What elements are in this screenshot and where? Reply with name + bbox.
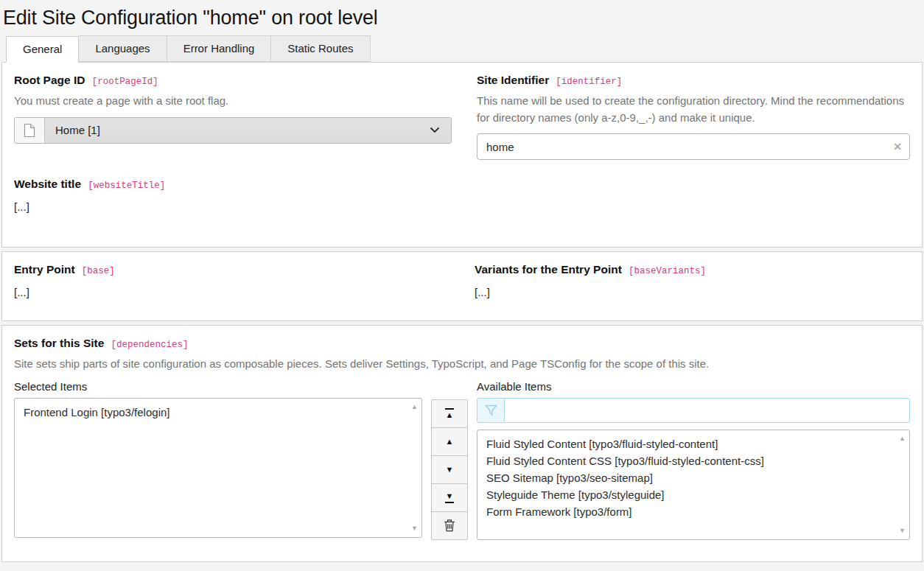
move-to-bottom-icon: ▼ bbox=[445, 492, 454, 503]
entry-point-label: Entry Point bbox=[14, 263, 75, 276]
entry-point-expand-link[interactable]: [...] bbox=[14, 286, 29, 298]
selected-item[interactable]: Frontend Login [typo3/felogin] bbox=[24, 404, 404, 421]
selected-items-listbox[interactable]: Frontend Login [typo3/felogin] ▲ ▼ bbox=[14, 398, 422, 538]
panel-sets: Sets for this Site [dependencies] Site s… bbox=[1, 325, 923, 562]
root-page-id-selected-value: Home [1] bbox=[55, 124, 100, 136]
field-root-page-id: Root Page ID [rootPageId] You must creat… bbox=[14, 74, 452, 160]
base-variants-key: [baseVariants] bbox=[629, 266, 706, 276]
root-page-id-key: [rootPageId] bbox=[92, 77, 158, 87]
trash-icon bbox=[444, 519, 455, 532]
chevron-down-icon bbox=[430, 127, 440, 133]
tab-bar: General Languages Error Handling Static … bbox=[0, 35, 924, 62]
move-down-button[interactable]: ▼ bbox=[431, 455, 468, 484]
sets-label: Sets for this Site bbox=[14, 337, 104, 349]
available-item[interactable]: Form Framework [typo3/form] bbox=[486, 503, 892, 520]
filter-icon bbox=[477, 398, 504, 423]
site-identifier-label: Site Identifier bbox=[477, 74, 549, 86]
available-items-listbox[interactable]: Fluid Styled Content [typo3/fluid-styled… bbox=[477, 430, 910, 540]
available-item[interactable]: Styleguide Theme [typo3/styleguide] bbox=[486, 486, 892, 503]
move-to-bottom-button[interactable]: ▼ bbox=[431, 483, 468, 512]
scroll-up-icon[interactable]: ▲ bbox=[411, 404, 418, 410]
tab-static-routes[interactable]: Static Routes bbox=[271, 35, 370, 62]
page-icon bbox=[15, 118, 45, 143]
site-identifier-description: This name will be used to create the con… bbox=[477, 93, 910, 126]
tab-error-handling[interactable]: Error Handling bbox=[167, 35, 272, 62]
root-page-id-label: Root Page ID bbox=[14, 74, 85, 86]
root-page-id-select[interactable]: Home [1] bbox=[14, 117, 452, 144]
field-site-identifier: Site Identifier [identifier] This name w… bbox=[477, 74, 910, 160]
website-title-label: Website title bbox=[14, 178, 81, 190]
scroll-down-icon[interactable]: ▼ bbox=[899, 528, 906, 534]
sets-key: [dependencies] bbox=[111, 340, 188, 350]
website-title-key: [websiteTitle] bbox=[88, 181, 165, 191]
dual-list: Selected Items Frontend Login [typo3/fel… bbox=[14, 380, 910, 540]
move-button-column: ▲ ▲ ▼ ▼ bbox=[431, 399, 468, 540]
panel-entry-point: Entry Point [base] [...] Variants for th… bbox=[1, 251, 923, 321]
site-identifier-input[interactable] bbox=[477, 133, 910, 160]
move-up-button[interactable]: ▲ bbox=[431, 427, 468, 456]
base-variants-expand-link[interactable]: [...] bbox=[475, 286, 490, 298]
website-title-expand-link[interactable]: [...] bbox=[14, 200, 29, 213]
field-entry-point: Entry Point [base] [...] bbox=[14, 263, 449, 298]
move-to-top-button[interactable]: ▲ bbox=[431, 399, 468, 428]
move-up-icon: ▲ bbox=[446, 438, 454, 446]
available-items-filter-input[interactable] bbox=[504, 398, 910, 423]
clear-input-icon[interactable]: ✕ bbox=[893, 141, 902, 152]
available-item[interactable]: Fluid Styled Content CSS [typo3/fluid-st… bbox=[486, 452, 892, 469]
tab-general[interactable]: General bbox=[6, 36, 79, 63]
scroll-down-icon[interactable]: ▼ bbox=[411, 525, 418, 532]
move-to-top-icon: ▲ bbox=[445, 408, 454, 419]
scroll-up-icon[interactable]: ▲ bbox=[899, 435, 906, 442]
page-title: Edit Site Configuration "home" on root l… bbox=[0, 0, 924, 35]
available-items-filter bbox=[477, 398, 910, 423]
site-identifier-key: [identifier] bbox=[556, 77, 622, 87]
move-down-icon: ▼ bbox=[446, 466, 454, 474]
field-base-variants: Variants for the Entry Point [baseVarian… bbox=[475, 263, 910, 298]
sets-description: Site sets ship parts of site configurati… bbox=[14, 356, 910, 373]
available-item[interactable]: SEO Sitemap [typo3/seo-sitemap] bbox=[486, 469, 892, 486]
remove-item-button[interactable] bbox=[431, 511, 468, 540]
base-variants-label: Variants for the Entry Point bbox=[475, 263, 622, 276]
available-item[interactable]: Fluid Styled Content [typo3/fluid-styled… bbox=[486, 435, 892, 452]
entry-point-key: [base] bbox=[82, 266, 115, 276]
tab-languages[interactable]: Languages bbox=[79, 35, 167, 62]
root-page-id-description: You must create a page with a site root … bbox=[14, 93, 452, 110]
panel-general-top: Root Page ID [rootPageId] You must creat… bbox=[1, 62, 923, 248]
selected-items-label: Selected Items bbox=[14, 380, 422, 393]
field-website-title: Website title [websiteTitle] [...] bbox=[14, 178, 910, 213]
available-items-label: Available Items bbox=[477, 380, 910, 393]
